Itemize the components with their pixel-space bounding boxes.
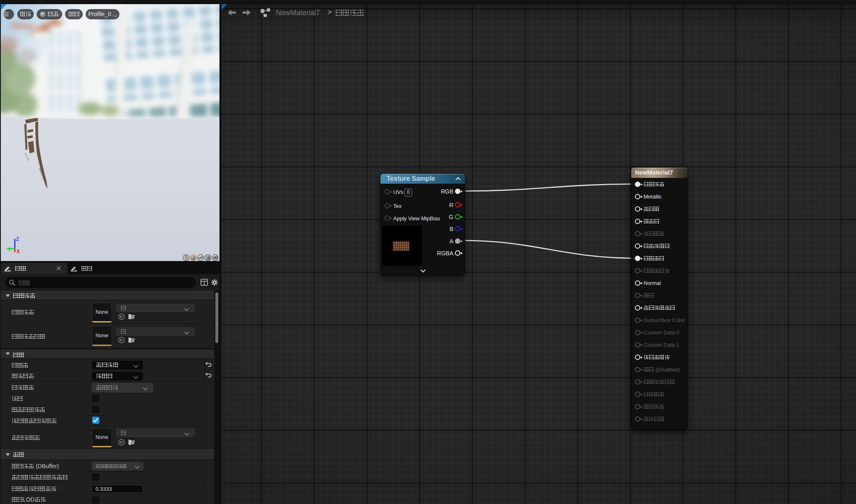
svg-text:X: X bbox=[16, 249, 20, 254]
svg-text:Z: Z bbox=[16, 236, 19, 242]
svg-text:Y: Y bbox=[8, 247, 11, 252]
